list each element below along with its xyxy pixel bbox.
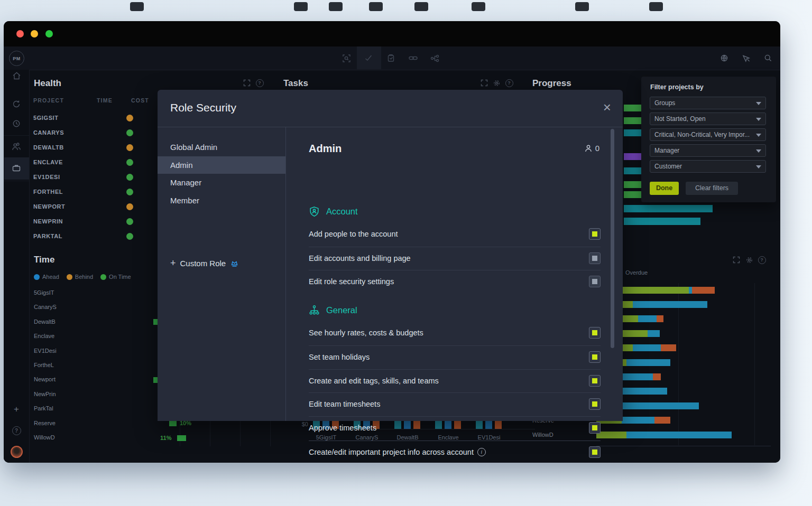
question-icon[interactable]: ? xyxy=(505,79,513,87)
chevron-down-icon xyxy=(756,149,761,153)
filter-cursor-icon[interactable] xyxy=(741,52,752,64)
permission-checkbox[interactable] xyxy=(589,327,601,339)
permission-checkbox[interactable] xyxy=(589,375,601,387)
filter-dropdown[interactable]: Not Started, Open xyxy=(650,113,766,125)
people-icon[interactable] xyxy=(4,137,29,155)
role-item-global-admin[interactable]: Global Admin xyxy=(158,138,285,156)
permission-label: See hourly rates, costs & budgets xyxy=(309,329,423,337)
background-artifact xyxy=(414,2,428,11)
background-artifact xyxy=(369,2,383,11)
role-item-manager[interactable]: Manager xyxy=(158,174,285,191)
clear-filters-button[interactable]: Clear filters xyxy=(686,182,738,195)
custom-role-label: Custom Role xyxy=(180,259,226,268)
permission-row: Edit team timesheets xyxy=(309,392,601,417)
permission-checkbox[interactable] xyxy=(589,398,601,410)
table-row: NEWPORT xyxy=(33,199,155,214)
minimize-window-button[interactable] xyxy=(31,30,38,38)
time-project-label: NewPrin xyxy=(34,391,56,397)
role-item-admin[interactable]: Admin xyxy=(158,156,285,174)
briefcase-icon[interactable] xyxy=(4,159,29,177)
bar-segment-blue xyxy=(626,432,732,438)
filter-dropdown[interactable]: Critical, Non-Critical, Very Impor... xyxy=(650,128,766,141)
home-icon[interactable] xyxy=(4,67,29,85)
chevron-down-icon xyxy=(756,134,761,137)
chevron-down-icon xyxy=(756,165,761,168)
project-name: 5GIGSIT xyxy=(33,115,59,121)
sync-icon[interactable] xyxy=(4,95,29,113)
clipboard-icon[interactable] xyxy=(385,52,396,64)
clock-icon[interactable] xyxy=(4,115,29,133)
filter-dropdown[interactable]: Customer xyxy=(650,160,766,173)
permission-checkbox[interactable] xyxy=(589,276,601,287)
project-name: DEWALTB xyxy=(33,144,64,151)
permission-label: Create and edit tags, skills, and teams xyxy=(309,377,439,385)
info-icon[interactable]: i xyxy=(477,448,486,456)
app-toolbar xyxy=(4,46,780,70)
close-icon[interactable]: × xyxy=(603,99,611,116)
expand-icon[interactable] xyxy=(732,256,741,264)
filter-dropdown[interactable]: Manager xyxy=(650,144,766,157)
legend-item: Ahead xyxy=(34,274,59,280)
legend-overdue: Overdue xyxy=(625,269,648,276)
progress-bar xyxy=(624,105,641,111)
permission-row: Set team holidays xyxy=(309,345,601,370)
expand-icon[interactable] xyxy=(480,79,488,87)
legend-dot xyxy=(100,274,106,280)
permission-label: Add people to the account xyxy=(309,230,398,238)
done-button[interactable]: Done xyxy=(650,182,679,195)
search-icon[interactable] xyxy=(762,52,774,64)
question-icon[interactable]: ? xyxy=(758,256,766,264)
table-row: ENCLAVE xyxy=(33,155,155,170)
permission-label: Set team holidays xyxy=(309,353,370,361)
expand-icon[interactable] xyxy=(243,79,251,87)
permission-label: Edit accounts and billing page xyxy=(309,254,411,263)
time-status-dot xyxy=(126,189,133,195)
role-item-member[interactable]: Member xyxy=(158,192,285,209)
permission-row: Create and edit tags, skills, and teams xyxy=(309,369,601,393)
time-status-dot xyxy=(126,159,133,166)
check-icon[interactable] xyxy=(363,52,374,64)
close-window-button[interactable] xyxy=(16,30,24,38)
bar-segment-orange xyxy=(654,417,670,424)
project-name: FORTHEL xyxy=(33,189,63,195)
help-icon[interactable]: ? xyxy=(4,421,29,439)
permission-checkbox[interactable] xyxy=(589,351,601,363)
filter-dropdown[interactable]: Groups xyxy=(650,97,766,109)
permission-row: Edit accounts and billing page xyxy=(309,247,601,271)
globe-icon[interactable] xyxy=(718,52,730,64)
bar-segment-orange xyxy=(692,287,715,294)
workflow-icon[interactable] xyxy=(429,52,440,64)
modal-title: Role Security xyxy=(170,101,236,114)
plus-icon[interactable]: + xyxy=(4,400,29,418)
time-status-dot xyxy=(126,115,133,121)
progress-bar xyxy=(624,191,641,198)
time-project-label: Reserve xyxy=(34,420,56,426)
scan-search-icon[interactable] xyxy=(340,52,352,64)
permission-checkbox[interactable] xyxy=(589,422,601,434)
bar-segment-blue xyxy=(638,315,657,322)
permission-row: Add people to the account xyxy=(309,223,601,247)
time-project-label: 5GigsIT xyxy=(34,289,54,296)
time-status-dot xyxy=(126,203,133,210)
add-custom-role-button[interactable]: + Custom Role xyxy=(170,258,239,269)
time-project-label: DewaltB xyxy=(34,318,56,325)
permission-label: Approve timesheets xyxy=(309,424,376,432)
progress-bar xyxy=(624,129,641,136)
time-project-label: WillowD xyxy=(34,434,55,441)
permission-row: Create/edit important project info acros… xyxy=(309,441,601,463)
avatar[interactable] xyxy=(4,443,29,461)
link-icon[interactable] xyxy=(407,52,419,64)
gear-icon[interactable] xyxy=(745,256,753,264)
role-detail-heading: Admin xyxy=(309,143,342,155)
time-bar-label: 11% xyxy=(160,435,171,441)
modal-scrollbar[interactable] xyxy=(611,129,614,348)
permission-checkbox[interactable] xyxy=(589,228,601,240)
project-name: NEWPORT xyxy=(33,203,65,210)
legend-item: On Time xyxy=(100,274,131,280)
question-icon[interactable]: ? xyxy=(255,79,264,87)
maximize-window-button[interactable] xyxy=(45,30,53,38)
gear-icon[interactable] xyxy=(492,79,501,87)
background-artifact xyxy=(294,2,308,11)
permission-checkbox[interactable] xyxy=(589,252,601,264)
permission-checkbox[interactable] xyxy=(589,446,601,458)
